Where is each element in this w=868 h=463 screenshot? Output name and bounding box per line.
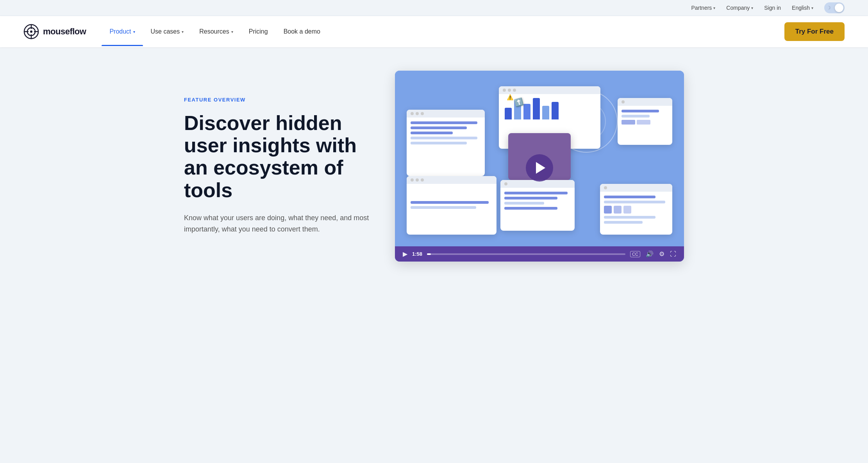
win-titlebar-2	[407, 110, 485, 118]
win-titlebar-6	[600, 184, 672, 192]
svg-point-2	[30, 30, 32, 33]
win-line	[504, 192, 568, 194]
company-label: Company	[726, 5, 750, 11]
main-nav: mouseflow Product ▾ Use cases ▾ Resource…	[0, 16, 868, 47]
window-card-2	[407, 110, 485, 176]
partners-label: Partners	[691, 5, 712, 11]
video-main-area: ⬆️ ⚠️	[395, 71, 684, 246]
book-demo-label: Book a demo	[284, 28, 320, 35]
volume-button[interactable]: 🔊	[646, 250, 654, 258]
win-content-2	[407, 118, 485, 151]
win-dot	[508, 89, 511, 92]
language-chevron: ▾	[811, 6, 813, 10]
play-triangle	[536, 162, 545, 174]
nav-use-cases[interactable]: Use cases ▾	[143, 17, 192, 46]
win-dot	[411, 112, 414, 115]
hero-title: Discover hidden user insights with an ec…	[184, 112, 371, 201]
win-line	[604, 196, 655, 198]
hero-left: FEATURE OVERVIEW Discover hidden user in…	[184, 97, 371, 235]
company-chevron: ▾	[751, 6, 753, 10]
product-chevron: ▾	[133, 30, 135, 34]
time-display: 1:58	[412, 251, 422, 257]
window-card-4	[407, 176, 497, 235]
product-label: Product	[109, 28, 131, 35]
partners-nav[interactable]: Partners ▾	[691, 5, 715, 11]
win-line	[411, 121, 477, 124]
settings-button[interactable]: ⚙	[659, 250, 664, 258]
win-line	[604, 221, 643, 224]
win-dot	[416, 178, 419, 182]
play-pause-button[interactable]: ▶	[403, 250, 407, 258]
language-selector[interactable]: English ▾	[792, 5, 813, 11]
bar-4	[533, 98, 540, 119]
video-control-icons: CC 🔊 ⚙ ⛶	[630, 250, 676, 258]
language-label: English	[792, 5, 810, 11]
window-card-5	[500, 180, 575, 231]
try-free-button[interactable]: Try For Free	[784, 22, 845, 41]
win-line	[604, 216, 655, 219]
logo-text: mouseflow	[43, 27, 86, 37]
video-player[interactable]: ⬆️ ⚠️	[395, 71, 684, 262]
win-content-3	[618, 106, 672, 128]
win-content-5	[500, 188, 575, 216]
nav-product[interactable]: Product ▾	[102, 17, 143, 46]
warning-icon: ⚠️	[507, 94, 513, 100]
win-content-6	[600, 192, 672, 230]
win-dot	[421, 112, 424, 115]
win-line	[504, 207, 557, 210]
video-controls: ▶ 1:58 CC 🔊 ⚙ ⛶	[395, 246, 684, 262]
theme-toggle[interactable]: ☽ ☀️	[824, 2, 845, 13]
win-titlebar-1	[499, 86, 600, 94]
win-line	[504, 197, 557, 199]
win-dot	[622, 100, 625, 103]
hero-section: FEATURE OVERVIEW Discover hidden user in…	[161, 47, 707, 285]
win-dot	[416, 112, 419, 115]
resources-chevron: ▾	[231, 30, 233, 34]
win-dot	[503, 89, 506, 92]
nav-book-demo[interactable]: Book a demo	[276, 17, 328, 46]
hero-right: ⬆️ ⚠️	[395, 71, 684, 262]
win-line	[411, 126, 467, 129]
signin-nav[interactable]: Sign in	[764, 5, 781, 11]
logo[interactable]: mouseflow	[23, 24, 86, 39]
window-card-3	[618, 98, 672, 145]
win-line	[411, 132, 453, 134]
bar-5	[542, 106, 549, 119]
progress-bar[interactable]	[427, 253, 625, 255]
bar-1	[505, 108, 512, 119]
top-bar: Partners ▾ Company ▾ Sign in English ▾ ☽…	[0, 0, 868, 16]
win-line	[622, 115, 650, 118]
win-line	[411, 137, 477, 139]
partners-chevron: ▾	[713, 6, 715, 10]
win-dot	[604, 186, 607, 189]
progress-fill	[427, 253, 431, 255]
nav-pricing[interactable]: Pricing	[241, 17, 276, 46]
win-line	[604, 201, 665, 203]
resources-label: Resources	[199, 28, 229, 35]
win-titlebar-3	[618, 98, 672, 106]
window-card-6	[600, 184, 672, 235]
video-illustration: ⬆️ ⚠️	[407, 86, 672, 235]
logo-icon	[23, 24, 39, 39]
play-button[interactable]	[526, 154, 553, 182]
nav-links: Product ▾ Use cases ▾ Resources ▾ Pricin…	[102, 17, 784, 46]
win-content-4	[407, 184, 497, 215]
win-line	[622, 110, 659, 112]
fullscreen-button[interactable]: ⛶	[670, 251, 676, 258]
cc-button[interactable]: CC	[630, 251, 640, 257]
win-dot	[411, 178, 414, 182]
use-cases-chevron: ▾	[182, 30, 184, 34]
nav-resources[interactable]: Resources ▾	[191, 17, 241, 46]
bar-6	[552, 102, 559, 119]
win-line	[411, 201, 489, 204]
win-line	[411, 206, 476, 209]
win-dot	[513, 89, 516, 92]
company-nav[interactable]: Company ▾	[726, 5, 753, 11]
win-line	[504, 202, 544, 205]
moon-icon: ☽	[827, 5, 831, 11]
feature-label: FEATURE OVERVIEW	[184, 97, 371, 103]
win-line	[411, 142, 467, 144]
use-cases-label: Use cases	[151, 28, 180, 35]
win-titlebar-4	[407, 176, 497, 184]
hero-description: Know what your users are doing, what the…	[184, 212, 371, 235]
